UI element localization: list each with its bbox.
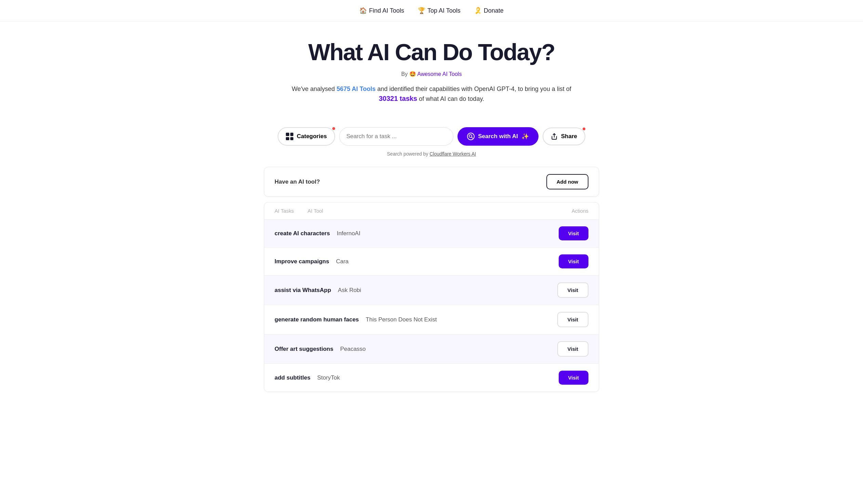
col-ai-tasks: AI Tasks	[275, 208, 294, 214]
home-emoji: 🏠	[359, 7, 367, 14]
col-actions: Actions	[572, 208, 588, 214]
tool-name: Cara	[336, 258, 349, 265]
task-name: add subtitles	[275, 375, 311, 381]
tool-name: InfernoAI	[337, 230, 360, 237]
table-row: add subtitles StoryTok Visit	[264, 364, 599, 391]
visit-button[interactable]: Visit	[559, 371, 588, 385]
tasks-count-link[interactable]: 30321 tasks	[379, 95, 417, 102]
search-ai-button[interactable]: Search with AI ✨	[458, 127, 539, 146]
grid-icon	[286, 133, 293, 140]
table-row: create AI characters InfernoAI Visit	[264, 219, 599, 248]
table-row: generate random human faces This Person …	[264, 305, 599, 335]
visit-button[interactable]: Visit	[557, 341, 588, 357]
tools-count-link[interactable]: 5675 AI Tools	[336, 86, 375, 92]
task-name: assist via WhatsApp	[275, 287, 331, 294]
nav-top-label: Top AI Tools	[427, 7, 461, 14]
search-input-wrapper	[339, 127, 453, 146]
hero-desc-line2: 30321 tasks of what AI can do today.	[7, 95, 856, 103]
hero-title: What AI Can Do Today?	[7, 39, 856, 65]
nav-find-ai-tools[interactable]: 🏠 Find AI Tools	[359, 7, 404, 14]
share-icon	[551, 133, 558, 140]
hero-section: What AI Can Do Today? By 🤩 Awesome AI To…	[0, 22, 863, 115]
col-ai-tool: AI Tool	[308, 208, 323, 214]
table-row: Offer art suggestions Peacasso Visit	[264, 335, 599, 364]
cloudflare-link[interactable]: Cloudflare Workers AI	[429, 151, 476, 156]
hero-subtitle: By 🤩 Awesome AI Tools	[7, 71, 856, 77]
table-header: AI Tasks AI Tool Actions	[264, 202, 599, 219]
row-content: add subtitles StoryTok	[275, 375, 559, 381]
task-name: Offer art suggestions	[275, 346, 333, 353]
tool-name: StoryTok	[317, 375, 340, 381]
nav-find-label: Find AI Tools	[369, 7, 404, 14]
search-ai-label: Search with AI	[478, 133, 518, 140]
categories-button[interactable]: Categories	[278, 127, 335, 146]
row-content: generate random human faces This Person …	[275, 316, 557, 323]
subtitle-emoji: 🤩	[409, 71, 416, 77]
tool-name: Peacasso	[340, 346, 366, 353]
ai-tool-banner: Have an AI tool? Add now	[264, 167, 599, 197]
task-name: generate random human faces	[275, 316, 359, 323]
row-content: assist via WhatsApp Ask Robi	[275, 287, 557, 294]
visit-button[interactable]: Visit	[557, 282, 588, 298]
share-label: Share	[561, 133, 577, 140]
task-name: create AI characters	[275, 230, 330, 237]
visit-button[interactable]: Visit	[559, 254, 588, 268]
svg-line-1	[472, 137, 473, 138]
tasks-table: AI Tasks AI Tool Actions create AI chara…	[264, 202, 599, 392]
table-body: create AI characters InfernoAI Visit Imp…	[264, 219, 599, 391]
search-circle-icon	[467, 133, 475, 140]
trophy-emoji: 🏆	[418, 7, 425, 14]
visit-button[interactable]: Visit	[559, 226, 588, 240]
visit-button[interactable]: Visit	[557, 312, 588, 327]
table-header-left: AI Tasks AI Tool	[275, 208, 572, 214]
nav-donate[interactable]: 🎗️ Donate	[474, 7, 504, 14]
hero-desc-line1: We've analysed 5675 AI Tools and identif…	[7, 86, 856, 93]
add-now-button[interactable]: Add now	[546, 174, 588, 189]
top-navigation: 🏠 Find AI Tools 🏆 Top AI Tools 🎗️ Donate	[0, 0, 863, 22]
table-row: Improve campaigns Cara Visit	[264, 248, 599, 276]
categories-label: Categories	[297, 133, 327, 140]
ribbon-emoji: 🎗️	[474, 7, 482, 14]
search-area: Categories Search with AI ✨ Share	[278, 127, 585, 146]
table-row: assist via WhatsApp Ask Robi Visit	[264, 276, 599, 305]
share-button[interactable]: Share	[542, 127, 585, 145]
nav-top-ai-tools[interactable]: 🏆 Top AI Tools	[418, 7, 461, 14]
task-name: Improve campaigns	[275, 258, 329, 265]
nav-donate-label: Donate	[484, 7, 504, 14]
tool-name: This Person Does Not Exist	[366, 316, 437, 323]
row-content: Improve campaigns Cara	[275, 258, 559, 265]
row-content: Offer art suggestions Peacasso	[275, 346, 557, 353]
search-input[interactable]	[339, 127, 453, 146]
awesome-ai-tools-link[interactable]: Awesome AI Tools	[417, 71, 462, 77]
banner-text: Have an AI tool?	[275, 178, 320, 185]
row-content: create AI characters InfernoAI	[275, 230, 559, 237]
share-notification-dot	[582, 127, 586, 131]
magnifier-icon	[469, 134, 473, 138]
categories-notification-dot	[332, 126, 336, 130]
sparkle-icon: ✨	[522, 133, 529, 140]
search-powered-text: Search powered by Cloudflare Workers AI	[264, 151, 599, 156]
tool-name: Ask Robi	[338, 287, 361, 294]
